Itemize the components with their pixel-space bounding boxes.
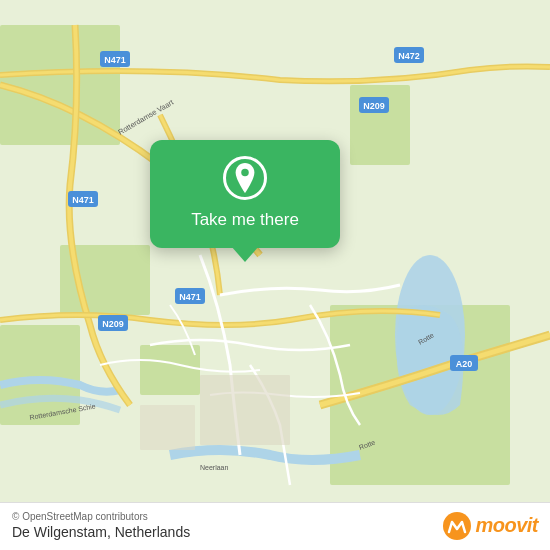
svg-rect-6 (140, 345, 200, 395)
location-info: © OpenStreetMap contributors De Wilgenst… (12, 511, 190, 540)
svg-text:Neerlaan: Neerlaan (200, 464, 229, 471)
map-container: N471 N471 N471 N472 N209 N209 A20 Rotter… (0, 0, 550, 550)
svg-point-29 (241, 169, 249, 177)
svg-text:N471: N471 (104, 55, 126, 65)
moovit-brand-text: moovit (475, 514, 538, 537)
moovit-logo[interactable]: moovit (443, 512, 538, 540)
location-name: De Wilgenstam, Netherlands (12, 524, 190, 540)
svg-text:N472: N472 (398, 51, 420, 61)
pin-icon-circle (223, 156, 267, 200)
svg-text:N209: N209 (363, 101, 385, 111)
take-me-there-button[interactable]: Take me there (191, 210, 299, 230)
popup-card: Take me there (150, 140, 340, 248)
svg-point-30 (443, 512, 471, 540)
svg-rect-27 (200, 375, 290, 445)
svg-text:A20: A20 (456, 359, 473, 369)
moovit-brand-icon (443, 512, 471, 540)
map-background: N471 N471 N471 N472 N209 N209 A20 Rotter… (0, 0, 550, 550)
bottom-bar: © OpenStreetMap contributors De Wilgenst… (0, 502, 550, 550)
svg-text:N209: N209 (102, 319, 124, 329)
svg-text:N471: N471 (179, 292, 201, 302)
copyright-text: © OpenStreetMap contributors (12, 511, 190, 522)
svg-text:N471: N471 (72, 195, 94, 205)
location-pin-icon (232, 163, 258, 193)
svg-rect-28 (140, 405, 195, 450)
